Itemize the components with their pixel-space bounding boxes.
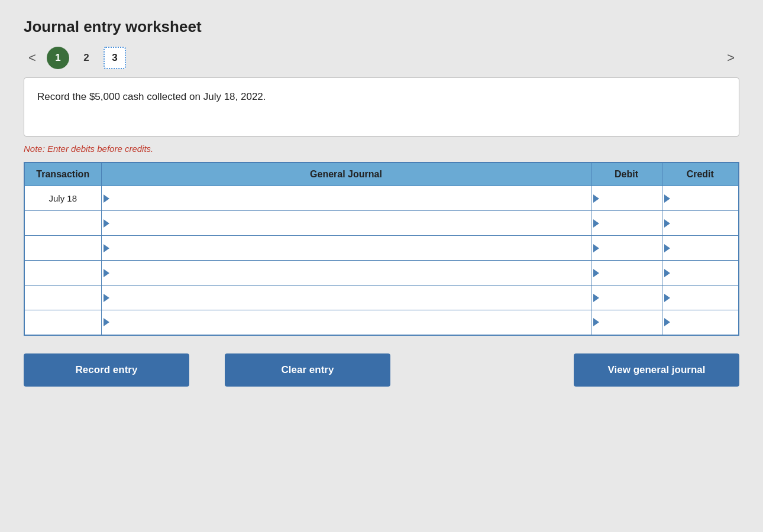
credit-input-3[interactable] — [662, 236, 739, 260]
table-row — [24, 261, 739, 286]
general-journal-input-3[interactable] — [102, 236, 591, 260]
note-text: Note: Enter debits before credits. — [24, 144, 739, 154]
debit-cell-3 — [591, 236, 662, 261]
credit-cell-3 — [662, 236, 739, 261]
debit-input-2[interactable] — [591, 211, 662, 235]
prev-arrow[interactable]: < — [24, 48, 41, 68]
header-general-journal: General Journal — [101, 163, 591, 186]
transaction-cell-5 — [24, 286, 101, 310]
debit-cell-4 — [591, 261, 662, 286]
credit-cell-6 — [662, 310, 739, 335]
header-debit: Debit — [591, 163, 662, 186]
credit-input-6[interactable] — [662, 310, 739, 335]
nav-step-1[interactable]: 1 — [47, 47, 69, 69]
general-journal-input-1[interactable] — [102, 186, 591, 210]
nav-step-2[interactable]: 2 — [75, 47, 98, 69]
transaction-cell-2 — [24, 211, 101, 236]
debit-input-5[interactable] — [591, 286, 662, 310]
credit-input-2[interactable] — [662, 211, 739, 235]
credit-cell-1 — [662, 186, 739, 211]
general-journal-cell-2 — [101, 211, 591, 236]
triangle-icon-1 — [104, 194, 109, 203]
table-row: July 18 — [24, 186, 739, 211]
debit-cell-1 — [591, 186, 662, 211]
debit-input-6[interactable] — [591, 310, 662, 335]
triangle-icon-4 — [104, 269, 109, 277]
transaction-cell-6 — [24, 310, 101, 335]
debit-input-3[interactable] — [591, 236, 662, 260]
general-journal-input-2[interactable] — [102, 211, 591, 235]
general-journal-input-6[interactable] — [102, 310, 591, 335]
button-row: Record entry Clear entry View general jo… — [24, 353, 739, 387]
credit-input-5[interactable] — [662, 286, 739, 310]
triangle-icon-debit-1 — [593, 194, 599, 203]
clear-entry-button[interactable]: Clear entry — [225, 353, 390, 387]
general-journal-cell-3 — [101, 236, 591, 261]
triangle-icon-credit-2 — [664, 219, 670, 228]
credit-cell-5 — [662, 286, 739, 310]
credit-cell-4 — [662, 261, 739, 286]
triangle-icon-2 — [104, 219, 109, 228]
credit-cell-2 — [662, 211, 739, 236]
triangle-icon-debit-2 — [593, 219, 599, 228]
triangle-icon-credit-6 — [664, 318, 670, 326]
general-journal-cell-4 — [101, 261, 591, 286]
triangle-icon-6 — [104, 318, 109, 326]
transaction-cell-1: July 18 — [24, 186, 101, 211]
general-journal-input-5[interactable] — [102, 286, 591, 310]
journal-table: Transaction General Journal Debit Credit… — [24, 162, 739, 336]
debit-input-1[interactable] — [591, 186, 662, 210]
main-container: Journal entry worksheet < 1 2 3 > Record… — [24, 18, 739, 387]
debit-input-4[interactable] — [591, 261, 662, 285]
general-journal-cell-6 — [101, 310, 591, 335]
triangle-icon-debit-6 — [593, 318, 599, 326]
general-journal-input-4[interactable] — [102, 261, 591, 285]
triangle-icon-credit-5 — [664, 294, 670, 302]
triangle-icon-debit-3 — [593, 244, 599, 252]
nav-row: < 1 2 3 > — [24, 47, 739, 69]
triangle-icon-debit-5 — [593, 294, 599, 302]
triangle-icon-credit-3 — [664, 244, 670, 252]
credit-input-1[interactable] — [662, 186, 739, 210]
nav-step-3[interactable]: 3 — [104, 47, 126, 69]
credit-input-4[interactable] — [662, 261, 739, 285]
header-transaction: Transaction — [24, 163, 101, 186]
record-entry-button[interactable]: Record entry — [24, 353, 189, 387]
table-row — [24, 211, 739, 236]
page-title: Journal entry worksheet — [24, 18, 739, 36]
general-journal-cell-1 — [101, 186, 591, 211]
debit-cell-6 — [591, 310, 662, 335]
triangle-icon-5 — [104, 294, 109, 302]
debit-cell-5 — [591, 286, 662, 310]
table-row — [24, 286, 739, 310]
triangle-icon-debit-4 — [593, 269, 599, 277]
table-header-row: Transaction General Journal Debit Credit — [24, 163, 739, 186]
debit-cell-2 — [591, 211, 662, 236]
triangle-icon-credit-1 — [664, 194, 670, 203]
transaction-cell-4 — [24, 261, 101, 286]
instruction-text: Record the $5,000 cash collected on July… — [37, 91, 266, 102]
general-journal-cell-5 — [101, 286, 591, 310]
table-row — [24, 236, 739, 261]
triangle-icon-credit-4 — [664, 269, 670, 277]
view-general-journal-button[interactable]: View general journal — [574, 353, 739, 387]
triangle-icon-3 — [104, 244, 109, 252]
header-credit: Credit — [662, 163, 739, 186]
table-row — [24, 310, 739, 335]
transaction-cell-3 — [24, 236, 101, 261]
next-arrow[interactable]: > — [722, 48, 739, 68]
instruction-box: Record the $5,000 cash collected on July… — [24, 77, 739, 137]
